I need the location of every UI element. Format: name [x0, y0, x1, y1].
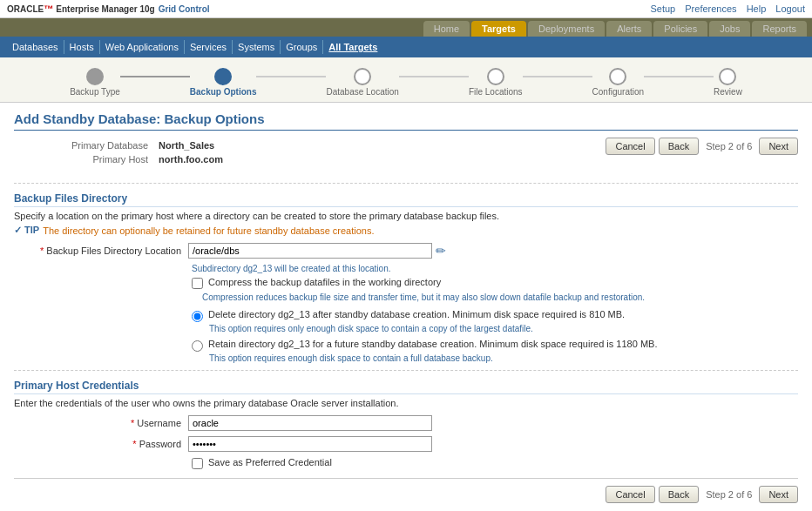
step-label-5: Configuration [592, 87, 644, 97]
step-connector-4 [523, 76, 592, 77]
delete-radio-row: Delete directory dg2_13 after standby da… [192, 309, 798, 322]
tip-icon: ✓ TIP [14, 225, 39, 236]
step-connector-2 [256, 76, 326, 77]
main-content: Add Standby Database: Backup Options Pri… [0, 103, 812, 511]
nav-tab-reports[interactable]: Reports [752, 21, 807, 37]
primary-database-value: North_Sales [155, 139, 227, 151]
step-info-top: Step 2 of 6 [702, 141, 755, 151]
subnav-groups[interactable]: Groups [281, 40, 323, 54]
back-button-bottom[interactable]: Back [659, 486, 699, 503]
wizard-step-4: File Locations [469, 68, 523, 97]
top-links: Setup Preferences Help Logout [643, 3, 805, 14]
password-row: * Password [14, 436, 798, 452]
bottom-action-bar: Cancel Back Step 2 of 6 Next [14, 478, 798, 503]
step-connector-5 [644, 76, 714, 77]
required-star: * [40, 245, 44, 256]
retain-radio-row: Retain directory dg2_13 for a future sta… [192, 339, 798, 352]
wizard-step-6: Review [714, 68, 742, 97]
help-link[interactable]: Help [747, 3, 767, 14]
dir-location-label: * Backup Files Directory Location [14, 245, 188, 256]
nav-tab-jobs[interactable]: Jobs [709, 21, 750, 37]
page-title: Add Standby Database: Backup Options [14, 111, 798, 131]
wizard-step-5: Configuration [592, 68, 644, 97]
credentials-section-desc: Enter the credentials of the user who ow… [14, 398, 798, 408]
backup-section-title: Backup Files Directory [14, 192, 798, 207]
step-circle-5 [609, 68, 626, 85]
step-circle-3 [354, 68, 371, 85]
retain-radio-hint: This option requires enough disk space t… [209, 353, 798, 363]
subnav-systems[interactable]: Systems [233, 40, 281, 54]
subnav-hosts[interactable]: Hosts [64, 40, 100, 54]
wizard-steps: Backup Type Backup Options Database Loca… [0, 57, 812, 103]
next-button-bottom[interactable]: Next [759, 486, 798, 503]
step-connector-1 [120, 76, 190, 77]
logout-link[interactable]: Logout [775, 3, 805, 14]
nav-tab-home[interactable]: Home [423, 21, 470, 37]
delete-radio[interactable] [192, 311, 203, 322]
username-row: * Username [14, 415, 798, 431]
compress-hint: Compression reduces backup file size and… [202, 292, 798, 302]
cancel-button-bottom[interactable]: Cancel [606, 486, 654, 503]
dir-location-hint: Subdirectory dg2_13 will be created at t… [192, 264, 798, 273]
wizard-step-2: Backup Options [190, 68, 257, 97]
wizard-step-1: Backup Type [70, 68, 120, 97]
setup-link[interactable]: Setup [650, 3, 675, 14]
step-connector-3 [399, 76, 469, 77]
subnav-all-targets[interactable]: All Targets [323, 40, 382, 54]
password-input[interactable] [188, 436, 432, 452]
credentials-section-title: Primary Host Credentials [14, 380, 798, 394]
primary-host-label: Primary Host [68, 153, 153, 165]
step-label-1: Backup Type [70, 87, 120, 97]
top-action-bar: Cancel Back Step 2 of 6 Next [606, 138, 798, 155]
password-label: * Password [14, 439, 188, 449]
divider-1 [14, 183, 798, 184]
compress-row: Compress the backup datafiles in the wor… [192, 277, 798, 289]
retain-radio-label: Retain directory dg2_13 for a future sta… [208, 339, 657, 349]
step-circle-4 [487, 68, 504, 85]
em-title: Enterprise Manager 10g [56, 4, 154, 14]
step-label-6: Review [714, 87, 742, 97]
nav-tab-deployments[interactable]: Deployments [528, 21, 605, 37]
subnav-databases[interactable]: Databases [7, 40, 64, 54]
step-circle-1 [86, 68, 104, 85]
subnav-web-applications[interactable]: Web Applications [100, 40, 185, 54]
back-button-top[interactable]: Back [659, 138, 699, 155]
primary-host-value: north.foo.com [155, 153, 227, 165]
subnav-services[interactable]: Services [185, 40, 233, 54]
step-circle-6 [719, 68, 736, 85]
dir-location-row: * Backup Files Directory Location ✏ [14, 243, 798, 259]
next-button-top[interactable]: Next [759, 138, 798, 155]
oracle-logo: ORACLE™ Enterprise Manager 10g [7, 3, 155, 14]
nav-tab-policies[interactable]: Policies [653, 21, 707, 37]
divider-2 [14, 370, 798, 371]
pencil-button[interactable]: ✏ [436, 244, 446, 258]
top-bar: ORACLE™ Enterprise Manager 10g Grid Cont… [0, 0, 812, 18]
password-required-star: * [132, 439, 136, 449]
username-input[interactable] [188, 415, 432, 431]
compress-checkbox[interactable] [192, 278, 203, 289]
oracle-header: ORACLE™ Enterprise Manager 10g Grid Cont… [7, 3, 210, 14]
backup-section-desc: Specify a location on the primary host w… [14, 211, 798, 221]
tip-line: ✓ TIP The directory can optionally be re… [14, 225, 798, 236]
tip-text: The directory can optionally be retained… [43, 225, 374, 236]
grid-control-label: Grid Control [159, 4, 210, 14]
delete-radio-hint: This option requires only enough disk sp… [209, 324, 798, 333]
save-credential-checkbox[interactable] [192, 458, 203, 469]
wizard-step-3: Database Location [326, 68, 398, 97]
retain-radio[interactable] [192, 340, 203, 352]
delete-radio-label: Delete directory dg2_13 after standby da… [208, 309, 625, 319]
dir-location-input[interactable] [188, 243, 432, 259]
nav-tab-targets[interactable]: Targets [471, 21, 526, 37]
step-info-bottom: Step 2 of 6 [702, 489, 755, 500]
step-label-2: Backup Options [190, 87, 257, 97]
primary-database-label: Primary Database [68, 139, 153, 151]
preferences-link[interactable]: Preferences [685, 3, 736, 14]
cancel-button-top[interactable]: Cancel [606, 138, 654, 155]
save-credential-label: Save as Preferred Credential [208, 457, 332, 467]
sub-nav: Databases Hosts Web Applications Service… [0, 37, 812, 57]
page-info-table: Primary Database North_Sales Primary Hos… [66, 138, 228, 167]
save-credential-row: Save as Preferred Credential [192, 457, 798, 469]
nav-tab-alerts[interactable]: Alerts [606, 21, 652, 37]
oracle-text: ORACLE [7, 4, 44, 14]
step-label-3: Database Location [326, 87, 398, 97]
